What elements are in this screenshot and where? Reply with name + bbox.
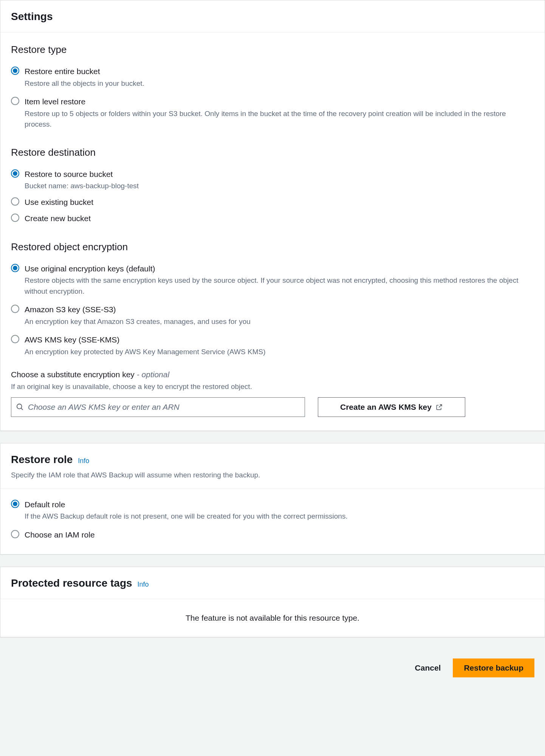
radio-label: Choose an IAM role — [25, 529, 534, 541]
tags-header: Protected resource tags Info — [0, 567, 545, 599]
radio-create-new-bucket[interactable]: Create new bucket — [11, 212, 534, 225]
settings-body: Restore type Restore entire bucket Resto… — [0, 33, 545, 431]
radio-desc: Restore up to 5 objects or folders withi… — [25, 108, 534, 130]
radio-icon — [11, 97, 19, 105]
settings-header: Settings — [0, 0, 545, 33]
restore-type-title: Restore type — [11, 42, 534, 57]
restore-destination-title: Restore destination — [11, 145, 534, 160]
svg-point-0 — [17, 404, 22, 409]
radio-desc: An encryption key that Amazon S3 creates… — [25, 316, 534, 327]
radio-label: Restore entire bucket — [25, 65, 534, 77]
radio-icon — [11, 530, 19, 538]
settings-title: Settings — [11, 11, 53, 22]
encryption-title: Restored object encryption — [11, 240, 534, 254]
tags-title: Protected resource tags — [11, 577, 132, 589]
radio-label: Item level restore — [25, 96, 534, 108]
encryption-section: Restored object encryption Use original … — [11, 240, 534, 417]
radio-sse-kms[interactable]: AWS KMS key (SSE-KMS) An encryption key … — [11, 334, 534, 357]
restore-destination-section: Restore destination Restore to source bu… — [11, 145, 534, 225]
external-link-icon — [435, 403, 443, 411]
settings-panel: Settings Restore type Restore entire buc… — [0, 0, 545, 431]
radio-label: Use existing bucket — [25, 196, 534, 208]
restore-backup-button[interactable]: Restore backup — [453, 658, 534, 677]
kms-key-input-wrap[interactable] — [11, 397, 305, 417]
restore-type-group: Restore entire bucket Restore all the ob… — [11, 65, 534, 130]
radio-icon — [11, 197, 19, 206]
radio-restore-entire-bucket[interactable]: Restore entire bucket Restore all the ob… — [11, 65, 534, 89]
radio-original-encryption-keys[interactable]: Use original encryption keys (default) R… — [11, 263, 534, 297]
radio-icon — [11, 305, 19, 313]
create-kms-key-button[interactable]: Create an AWS KMS key — [318, 397, 465, 417]
radio-restore-to-source-bucket[interactable]: Restore to source bucket Bucket name: aw… — [11, 168, 534, 192]
radio-icon — [11, 214, 19, 222]
restore-role-panel: Restore role Info Specify the IAM role t… — [0, 443, 545, 555]
radio-label: Use original encryption keys (default) — [25, 263, 534, 275]
search-icon — [16, 403, 24, 411]
restore-destination-group: Restore to source bucket Bucket name: aw… — [11, 168, 534, 225]
radio-choose-iam-role[interactable]: Choose an IAM role — [11, 529, 534, 541]
radio-icon — [11, 169, 19, 178]
radio-item-level-restore[interactable]: Item level restore Restore up to 5 objec… — [11, 96, 534, 130]
tags-not-available: The feature is not available for this re… — [0, 599, 545, 637]
restore-role-info-link[interactable]: Info — [78, 457, 89, 465]
radio-icon — [11, 335, 19, 343]
radio-label: Restore to source bucket — [25, 168, 534, 180]
radio-label: Amazon S3 key (SSE-S3) — [25, 304, 534, 316]
encryption-group: Use original encryption keys (default) R… — [11, 263, 534, 358]
footer: Cancel Restore backup — [0, 649, 545, 681]
radio-label: AWS KMS key (SSE-KMS) — [25, 334, 534, 346]
radio-icon — [11, 264, 19, 272]
substitute-key-row: Create an AWS KMS key — [11, 397, 534, 417]
substitute-key-hint: If an original key is unavailable, choos… — [11, 381, 534, 392]
radio-label: Default role — [25, 499, 534, 511]
cancel-button[interactable]: Cancel — [411, 659, 445, 677]
restore-role-group: Default role If the AWS Backup default r… — [11, 499, 534, 541]
restore-role-body: Default role If the AWS Backup default r… — [0, 489, 545, 555]
restore-role-sub: Specify the IAM role that AWS Backup wil… — [11, 470, 534, 481]
restore-role-title: Restore role — [11, 454, 73, 465]
radio-desc: Bucket name: aws-backup-blog-test — [25, 181, 534, 192]
restore-type-section: Restore type Restore entire bucket Resto… — [11, 42, 534, 130]
radio-icon — [11, 500, 19, 508]
radio-desc: An encryption key protected by AWS Key M… — [25, 347, 534, 358]
radio-desc: If the AWS Backup default role is not pr… — [25, 511, 534, 522]
radio-desc: Restore all the objects in your bucket. — [25, 78, 534, 89]
radio-label: Create new bucket — [25, 212, 534, 225]
radio-default-role[interactable]: Default role If the AWS Backup default r… — [11, 499, 534, 522]
radio-use-existing-bucket[interactable]: Use existing bucket — [11, 196, 534, 208]
svg-line-1 — [21, 408, 23, 410]
radio-desc: Restore objects with the same encryption… — [25, 275, 534, 297]
radio-sse-s3[interactable]: Amazon S3 key (SSE-S3) An encryption key… — [11, 304, 534, 327]
substitute-key-label: Choose a substitute encryption key - opt… — [11, 369, 534, 381]
tags-panel: Protected resource tags Info The feature… — [0, 567, 545, 637]
radio-icon — [11, 67, 19, 75]
substitute-key-block: Choose a substitute encryption key - opt… — [11, 369, 534, 417]
restore-role-header: Restore role Info Specify the IAM role t… — [0, 443, 545, 489]
kms-key-input[interactable] — [28, 403, 300, 412]
tags-info-link[interactable]: Info — [137, 581, 149, 588]
